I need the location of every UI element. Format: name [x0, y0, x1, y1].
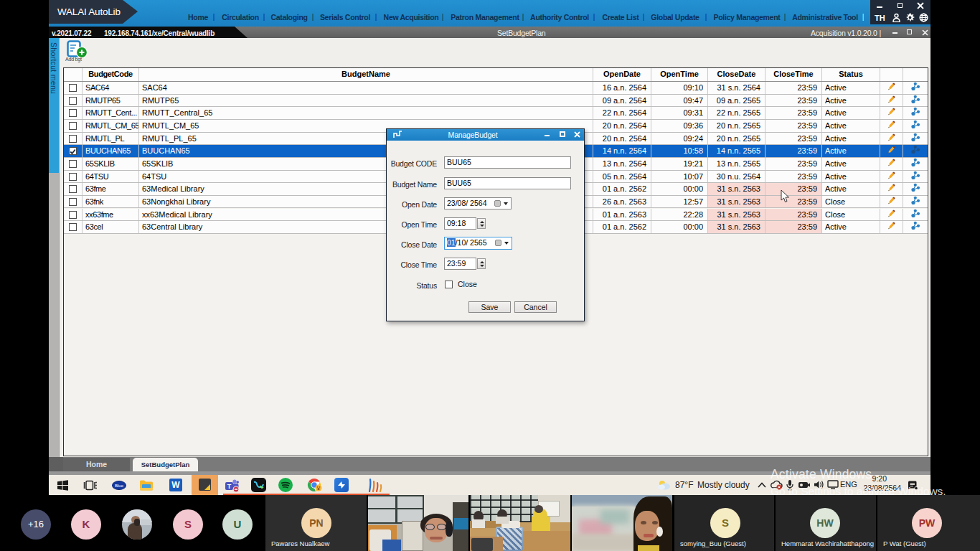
svg-text:T: T [227, 483, 232, 490]
